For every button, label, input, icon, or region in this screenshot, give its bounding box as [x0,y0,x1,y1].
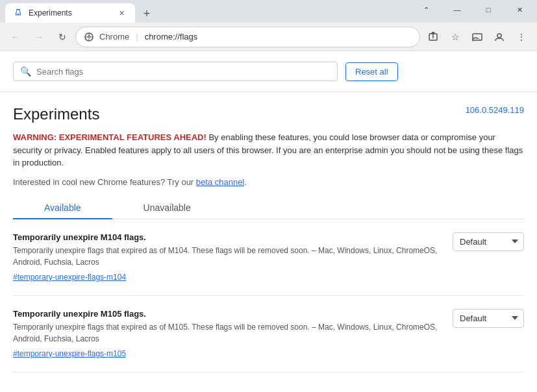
tab-navigation: Available Unavailable [13,197,524,219]
refresh-button[interactable]: ↻ [52,27,73,47]
tab-close-button[interactable]: ✕ [116,7,127,19]
site-security-icon [84,32,94,42]
svg-point-8 [473,40,474,41]
cast-button[interactable] [467,27,488,47]
toolbar: ← → ↻ Chrome | chrome://flags ☆ ⋮ [0,23,537,51]
flag-select-m105[interactable]: Default Enabled Disabled [453,309,524,328]
flag-control-m105[interactable]: Default Enabled Disabled [453,309,524,328]
tab-title: Experiments [29,8,110,18]
beta-channel-paragraph: Interested in cool new Chrome features? … [13,177,524,187]
flag-item-m104: Temporarily unexpire M104 flags. Tempora… [13,219,524,296]
flag-content-m105: Temporarily unexpire M105 flags. Tempora… [13,309,442,359]
toolbar-actions: ☆ ⋮ [423,27,532,47]
page-title: Experiments [13,105,99,123]
beta-channel-prefix: Interested in cool new Chrome features? … [13,177,196,187]
flag-link-m105[interactable]: #temporary-unexpire-flags-m105 [13,349,126,358]
page-content: 🔍 Reset all Experiments 106.0.5249.119 W… [0,51,537,392]
warning-label: WARNING: EXPERIMENTAL FEATURES AHEAD! [13,132,206,142]
flag-desc-m105: Temporarily unexpire flags that expired … [13,321,442,345]
active-tab[interactable]: Experiments ✕ [5,3,135,23]
version-badge: 106.0.5249.119 [466,105,524,115]
experiments-body: Experiments 106.0.5249.119 WARNING: EXPE… [0,92,537,373]
search-bar-area: 🔍 Reset all [0,51,537,92]
menu-button[interactable]: ⋮ [511,27,532,47]
bookmark-button[interactable]: ☆ [445,27,466,47]
beta-channel-link[interactable]: beta channel [196,177,244,187]
flag-item-m105: Temporarily unexpire M105 flags. Tempora… [13,296,524,373]
forward-button[interactable]: → [29,27,49,47]
reset-all-button[interactable]: Reset all [345,62,398,81]
address-bar[interactable]: Chrome | chrome://flags [75,27,420,47]
address-path: chrome://flags [145,32,198,42]
address-separator: | [136,32,138,42]
flag-title-m104: Temporarily unexpire M104 flags. [13,232,442,242]
warning-paragraph: WARNING: EXPERIMENTAL FEATURES AHEAD! By… [13,131,524,169]
tab-favicon [13,8,23,18]
maximize-button[interactable]: □ [473,0,503,19]
search-icon: 🔍 [20,66,31,77]
svg-point-9 [497,34,501,38]
tab-available[interactable]: Available [13,197,112,219]
new-tab-button[interactable]: + [138,5,156,23]
chevron-up-icon[interactable]: ⌃ [411,0,441,19]
flag-title-m105: Temporarily unexpire M105 flags. [13,309,442,319]
flag-content-m104: Temporarily unexpire M104 flags. Tempora… [13,232,442,282]
tab-strip: Experiments ✕ + [0,0,156,23]
search-box[interactable]: 🔍 [13,62,338,81]
window-controls: ⌃ — □ ✕ [411,0,537,19]
flag-link-m104[interactable]: #temporary-unexpire-flags-m104 [13,273,126,282]
flag-control-m104[interactable]: Default Enabled Disabled [453,232,524,251]
title-bar: Experiments ✕ + ⌃ — □ ✕ [0,0,537,23]
back-button[interactable]: ← [5,27,26,47]
minimize-button[interactable]: — [442,0,472,19]
address-chrome: Chrome [99,32,129,42]
profile-button[interactable] [489,27,510,47]
tab-unavailable[interactable]: Unavailable [112,197,222,219]
experiments-header: Experiments 106.0.5249.119 [13,105,524,123]
svg-point-1 [18,14,19,15]
flag-select-m104[interactable]: Default Enabled Disabled [453,232,524,251]
share-button[interactable] [423,27,443,47]
search-input[interactable] [36,67,331,77]
beta-channel-suffix: . [244,177,247,187]
flag-desc-m104: Temporarily unexpire flags that expired … [13,245,442,268]
close-button[interactable]: ✕ [505,0,534,19]
